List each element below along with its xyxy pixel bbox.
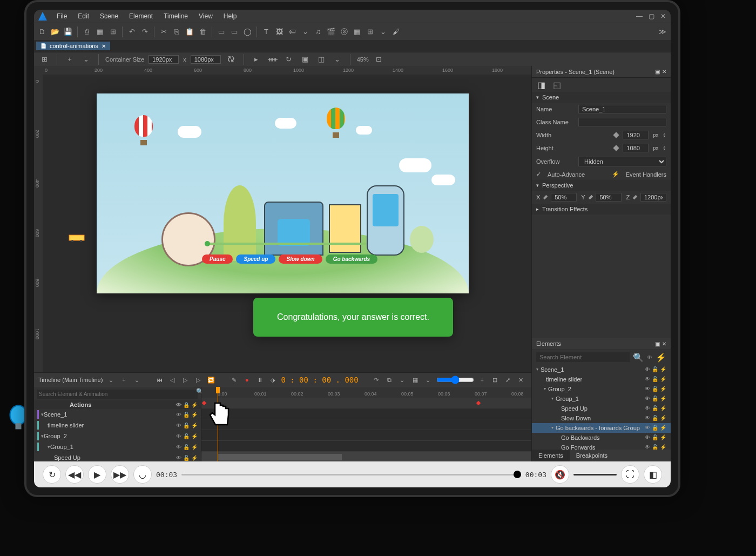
element-row[interactable]: Go Backwards👁🔓⚡ xyxy=(532,433,671,443)
chevron-down-icon[interactable]: ⌄ xyxy=(106,375,116,385)
preview-icon[interactable]: ▦ xyxy=(94,26,106,38)
pause-icon[interactable]: ⏸ xyxy=(255,375,265,385)
eye-icon[interactable]: 👁 xyxy=(645,386,650,392)
eye-icon[interactable]: 👁 xyxy=(176,433,181,439)
keyframe-diamond-icon[interactable] xyxy=(613,132,619,138)
width-input[interactable] xyxy=(623,131,649,139)
speedup-button[interactable]: Speed up xyxy=(236,254,275,264)
element-row[interactable]: timeline slider👁🔓⚡ xyxy=(532,374,671,384)
undo-icon[interactable]: ↶ xyxy=(126,26,138,38)
lock-icon[interactable]: 🔓 xyxy=(183,412,190,418)
eye-icon[interactable]: 👁 xyxy=(176,412,181,418)
snap-icon[interactable]: ⧉ xyxy=(384,375,394,385)
add-icon[interactable]: + xyxy=(119,375,129,385)
lightning-icon[interactable]: ⚡ xyxy=(660,415,666,421)
eye-icon[interactable]: 👁 xyxy=(645,405,650,411)
close-button[interactable]: ✕ xyxy=(660,13,666,19)
tab-close-icon[interactable]: ✕ xyxy=(102,43,106,49)
elements-tab[interactable]: Elements xyxy=(532,450,570,461)
loop-icon[interactable]: 🔁 xyxy=(206,375,216,385)
html-icon[interactable]: ▦ xyxy=(351,26,363,38)
dropdown-icon[interactable]: ⌄ xyxy=(377,26,389,38)
player-seek-slider[interactable] xyxy=(181,474,521,475)
keyframe-diamond-icon[interactable] xyxy=(613,145,619,151)
play-icon[interactable]: ▷ xyxy=(180,375,190,385)
playhead[interactable] xyxy=(218,387,218,461)
overflow-select[interactable]: Hidden xyxy=(578,157,666,166)
progress-slider[interactable] xyxy=(205,243,367,245)
eye-icon[interactable]: 👁 xyxy=(176,402,181,408)
actions-track[interactable] xyxy=(201,398,531,408)
video-icon[interactable]: 🎬 xyxy=(325,26,337,38)
timeline-track[interactable] xyxy=(201,419,531,430)
keyframe-marker[interactable] xyxy=(476,401,481,405)
fullscreen-button[interactable]: ⛶ xyxy=(621,465,639,484)
transition-section-header[interactable]: Transition Effects xyxy=(532,204,671,215)
tool-icon[interactable]: ⊞ xyxy=(107,26,119,38)
element-row[interactable]: ▾Group_2👁🔓⚡ xyxy=(532,384,671,394)
check-icon[interactable]: ✓ xyxy=(536,171,541,178)
lock-icon[interactable]: 🔓 xyxy=(652,405,658,411)
timeline-row[interactable]: ▾Scene_1👁🔓⚡ xyxy=(34,409,201,420)
name-input[interactable] xyxy=(578,105,666,113)
element-row[interactable]: ▾Group_1👁🔓⚡ xyxy=(532,394,671,404)
eye-icon[interactable]: 👁 xyxy=(645,376,650,382)
symbol-icon[interactable]: ⓢ xyxy=(338,26,350,38)
minimize-button[interactable]: — xyxy=(636,13,643,19)
chevron-down-icon[interactable]: ⌄ xyxy=(397,375,407,385)
volume-slider[interactable] xyxy=(573,474,617,475)
search-icon[interactable]: 🔍 xyxy=(633,352,644,363)
menu-timeline[interactable]: Timeline xyxy=(158,12,193,20)
eye-icon[interactable]: 👁 xyxy=(645,396,650,401)
lightning-icon[interactable]: ⚡ xyxy=(191,455,198,461)
timeline-ruler[interactable]: 0:0000:0100:0200:0300:0400:0500:0600:070… xyxy=(201,387,531,398)
close-icon[interactable]: ✕ xyxy=(516,375,526,385)
widget-icon[interactable]: ⊞ xyxy=(364,26,376,38)
menu-view[interactable]: View xyxy=(193,12,218,20)
bus-element[interactable] xyxy=(68,234,85,243)
lightning-icon[interactable]: ⚡ xyxy=(191,402,198,408)
x-input[interactable] xyxy=(551,193,577,202)
toc-button[interactable]: ◧ xyxy=(644,465,662,484)
lightning-icon[interactable]: ⚡ xyxy=(191,423,198,428)
more-icon[interactable]: ⌄ xyxy=(299,26,311,38)
menu-help[interactable]: Help xyxy=(218,12,242,20)
y-input[interactable] xyxy=(596,193,622,202)
keyframe-icon[interactable]: ⬗ xyxy=(268,375,278,385)
image-icon[interactable]: 🖼 xyxy=(273,26,285,38)
crop-icon[interactable]: ▣ xyxy=(299,53,311,65)
chevron-down-icon[interactable]: ⌄ xyxy=(423,375,433,385)
chevron-down-icon[interactable]: ⌄ xyxy=(80,53,92,65)
copy-icon[interactable]: ⎘ xyxy=(171,26,183,38)
lightning-icon[interactable]: ⚡ xyxy=(660,405,666,411)
elements-search-input[interactable] xyxy=(536,352,630,362)
next-frame-icon[interactable]: ▷ xyxy=(193,375,203,385)
timeline-row[interactable]: ▾Group_1👁🔓⚡ xyxy=(34,441,201,452)
responsive-icon[interactable]: ⊞ xyxy=(38,53,50,65)
scene-section-header[interactable]: Scene xyxy=(532,92,671,103)
element-row[interactable]: Go Forwards👁🔓⚡ xyxy=(532,443,671,450)
plus-icon[interactable]: + xyxy=(477,375,487,385)
fit-icon[interactable]: ⊡ xyxy=(490,375,500,385)
lock-icon[interactable]: 🔓 xyxy=(652,444,658,450)
eye-icon[interactable]: 👁 xyxy=(645,366,650,372)
lock-icon[interactable]: 🔓 xyxy=(652,376,658,382)
lightning-icon[interactable]: ⚡ xyxy=(660,366,666,372)
expand-icon[interactable]: ▣ xyxy=(655,341,660,347)
export-icon[interactable]: ⎙ xyxy=(81,26,93,38)
timeline-track[interactable] xyxy=(201,441,531,452)
eye-icon[interactable]: 👁 xyxy=(176,455,181,461)
settings-tab-icon[interactable]: ◱ xyxy=(553,80,561,90)
grid-icon[interactable]: ▦ xyxy=(410,375,420,385)
pointer-icon[interactable]: ▸ xyxy=(251,53,262,65)
document-tab[interactable]: 📄 control-animations ✕ xyxy=(36,42,110,50)
eye-icon[interactable]: 👁 xyxy=(176,444,181,450)
audio-icon[interactable]: ♫ xyxy=(312,26,324,38)
pause-button[interactable]: Pause xyxy=(202,254,233,264)
stepper-icon[interactable]: ⇕ xyxy=(663,146,666,151)
lightning-icon[interactable]: ⚡ xyxy=(660,444,666,450)
replay-button[interactable]: ↻ xyxy=(43,465,61,484)
canvas-area[interactable]: Pause Speed up Slow down Go backwards Co… xyxy=(43,75,531,372)
eye-icon[interactable]: 👁 xyxy=(645,434,650,440)
lightning-icon[interactable]: ⚡ xyxy=(660,376,666,382)
